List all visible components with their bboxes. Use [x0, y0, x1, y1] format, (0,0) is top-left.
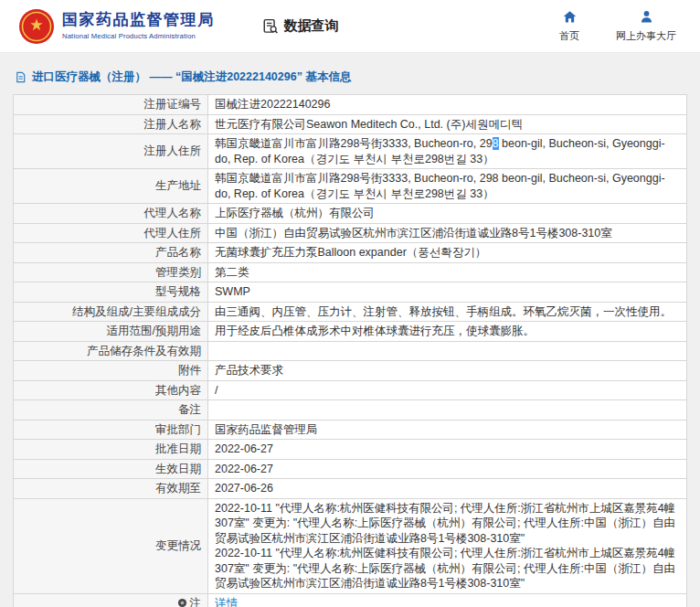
- change-entry: 2022-10-11 "代理人名称:杭州医健科技有限公司; 代理人住所:浙江省杭…: [215, 546, 680, 591]
- breadcrumb-text: 进口医疗器械（注册） —— “国械注进20222140296” 基本信息: [32, 69, 351, 85]
- table-row: 有效期至 2027-06-26: [14, 479, 687, 499]
- agency-title[interactable]: 国家药品监督管理局 National Medical Products Admi…: [62, 12, 215, 40]
- table-row: 注册人住所 韩国京畿道富川市富川路298号街3333, Bucheon-ro, …: [14, 134, 687, 169]
- table-row: 附件 产品技术要求: [14, 361, 687, 381]
- table-row: 备注: [14, 400, 687, 421]
- field-label-registrant-address: 注册人住所: [14, 134, 208, 169]
- nav-online-hall[interactable]: 网上办事大厅: [616, 9, 676, 43]
- table-row: 产品名称 无菌球囊扩充压力泵Balloon expander（풍선확장기）: [14, 243, 687, 263]
- detail-link[interactable]: 详情: [215, 597, 238, 607]
- field-label-composition: 结构及组成/主要组成成分: [14, 302, 208, 322]
- field-label-approval-dept: 审批部门: [14, 420, 208, 440]
- table-row: 适用范围/预期用途 用于经皮后凸椎体成形术中对椎体球囊进行充压，使球囊膨胀。: [14, 322, 687, 342]
- field-value-agent-address: 中国（浙江）自由贸易试验区杭州市滨江区浦沿街道诚业路8号1号楼308-310室: [208, 223, 687, 243]
- agency-name-en: National Medical Products Administration: [62, 32, 215, 40]
- field-value-expiry-date: 2027-06-26: [208, 479, 687, 499]
- table-row: 注 详情: [14, 593, 687, 607]
- table-row: 注册证编号 国械注进20222140296: [14, 95, 687, 115]
- field-label-management-class: 管理类别: [14, 262, 208, 282]
- field-value-registrant-address: 韩国京畿道富川市富川路298号街3333, Bucheon-ro, 298 be…: [208, 134, 687, 169]
- field-value-reg-no: 国械注进20222140296: [208, 95, 687, 115]
- table-row: 变更情况 2022-10-11 "代理人名称:杭州医健科技有限公司; 代理人住所…: [14, 498, 687, 593]
- field-label-changes: 变更情况: [14, 498, 208, 593]
- field-value-management-class: 第二类: [208, 262, 687, 282]
- data-query-label: 数据查询: [284, 17, 339, 35]
- field-label-remark: 备注: [14, 400, 208, 421]
- field-value-composition: 由三通阀、内压管、压力计、注射管、释放按钮、手柄组成。环氧乙烷灭菌，一次性使用。: [208, 302, 687, 322]
- table-row: 代理人名称 上际医疗器械（杭州）有限公司: [14, 204, 687, 224]
- table-row: 批准日期 2022-06-27: [14, 440, 687, 460]
- table-row: 注册人名称 世元医疗有限公司Seawon Meditech Co., Ltd. …: [14, 114, 687, 134]
- field-value-production-address: 韩国京畿道富川市富川路298号街3333, Bucheon-ro, 298 be…: [208, 169, 687, 204]
- site-header: 国家药品监督管理局 National Medical Products Admi…: [0, 0, 700, 53]
- nav-online-hall-label: 网上办事大厅: [616, 29, 676, 43]
- nav-home-label: 首页: [559, 29, 579, 43]
- table-row: 型号规格 SWMP: [14, 282, 687, 303]
- breadcrumb: 进口医疗器械（注册） —— “国械注进20222140296” 基本信息: [15, 69, 687, 85]
- field-value-remark: [208, 400, 687, 421]
- field-value-changes: 2022-10-11 "代理人名称:杭州医健科技有限公司; 代理人住所:浙江省杭…: [208, 498, 687, 593]
- field-label-production-address: 生产地址: [14, 169, 208, 204]
- registration-info-table: 注册证编号 国械注进20222140296 注册人名称 世元医疗有限公司Seaw…: [13, 94, 687, 607]
- document-icon: [15, 71, 27, 83]
- field-value-effective-date: 2022-06-27: [208, 459, 687, 479]
- nmpa-emblem-logo[interactable]: [18, 8, 55, 45]
- field-value-agent-name: 上际医疗器械（杭州）有限公司: [208, 204, 687, 224]
- field-value-storage: [208, 341, 687, 361]
- table-row: 其他内容 /: [14, 380, 687, 400]
- person-icon: [639, 9, 654, 27]
- text-selection: 8: [493, 137, 499, 150]
- field-value-other: /: [208, 380, 687, 400]
- field-value-intended-use: 用于经皮后凸椎体成形术中对椎体球囊进行充压，使球囊膨胀。: [208, 322, 687, 342]
- data-query-icon: [262, 18, 279, 35]
- table-row: 结构及组成/主要组成成分 由三通阀、内压管、压力计、注射管、释放按钮、手柄组成。…: [14, 302, 687, 322]
- table-row: 审批部门 国家药品监督管理局: [14, 420, 687, 440]
- address-text-pre: 韩国京畿道富川市富川路298号街3333, Bucheon-ro, 29: [215, 137, 493, 150]
- header-right-nav: 首页 网上办事大厅: [559, 9, 676, 43]
- field-label-effective-date: 生效日期: [14, 459, 208, 479]
- table-row: 生产地址 韩国京畿道富川市富川路298号街3333, Bucheon-ro, 2…: [14, 169, 687, 204]
- field-value-registrant-name: 世元医疗有限公司Seawon Meditech Co., Ltd. (주)세원메…: [208, 114, 687, 134]
- field-label-product-name: 产品名称: [14, 243, 208, 263]
- field-label-agent-name: 代理人名称: [14, 204, 208, 224]
- table-row: 代理人住所 中国（浙江）自由贸易试验区杭州市滨江区浦沿街道诚业路8号1号楼308…: [14, 223, 687, 243]
- note-icon: [177, 597, 187, 607]
- change-entry: 2022-10-11 "代理人名称:杭州医健科技有限公司; 代理人住所:浙江省杭…: [215, 501, 680, 547]
- table-row: 管理类别 第二类: [14, 262, 687, 282]
- field-value-approval-date: 2022-06-27: [208, 440, 687, 460]
- field-label-other: 其他内容: [14, 380, 208, 400]
- field-label-agent-address: 代理人住所: [14, 223, 208, 243]
- main-content: 进口医疗器械（注册） —— “国械注进20222140296” 基本信息 注册证…: [0, 53, 700, 607]
- agency-name-cn: 国家药品监督管理局: [62, 12, 215, 29]
- table-row: 产品储存条件及有效期: [14, 341, 687, 361]
- table-row: 生效日期 2022-06-27: [14, 459, 687, 479]
- field-label-registrant-name: 注册人名称: [14, 114, 208, 134]
- field-value-product-name: 无菌球囊扩充压力泵Balloon expander（풍선확장기）: [208, 243, 687, 263]
- field-label-note: 注: [14, 593, 208, 607]
- field-label-intended-use: 适用范围/预期用途: [14, 322, 208, 342]
- field-label-attachment: 附件: [14, 361, 208, 381]
- field-label-storage: 产品储存条件及有效期: [14, 341, 208, 361]
- home-icon: [562, 9, 578, 27]
- field-value-note: 详情: [208, 593, 687, 607]
- field-value-approval-dept: 国家药品监督管理局: [208, 420, 687, 440]
- field-label-expiry-date: 有效期至: [14, 479, 208, 499]
- field-label-model-spec: 型号规格: [14, 282, 208, 303]
- note-label-text: 注: [190, 597, 202, 607]
- nav-data-query[interactable]: 数据查询: [262, 17, 339, 35]
- field-label-reg-no: 注册证编号: [14, 95, 208, 115]
- field-value-model-spec: SWMP: [208, 282, 687, 303]
- field-value-attachment: 产品技术要求: [208, 361, 687, 381]
- nav-home[interactable]: 首页: [559, 9, 579, 43]
- field-label-approval-date: 批准日期: [14, 440, 208, 460]
